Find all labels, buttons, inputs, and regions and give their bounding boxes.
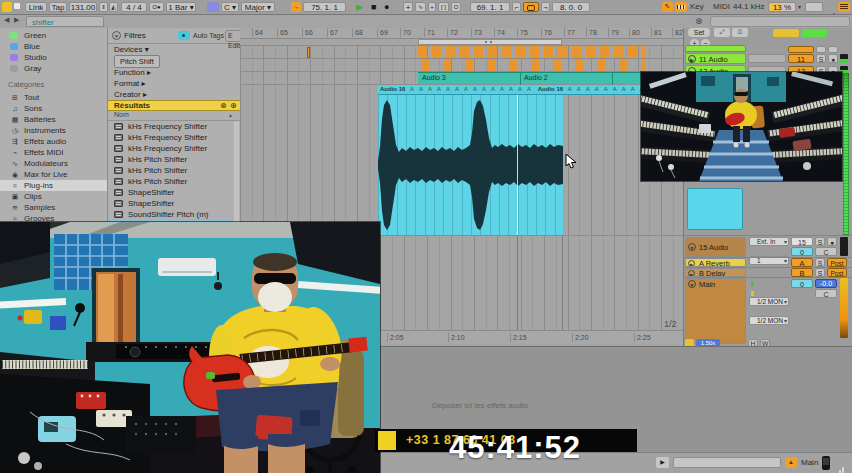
filter-group-function[interactable]: Function ▸: [114, 68, 151, 78]
result-row[interactable]: kHs Pitch Shifter: [108, 176, 234, 187]
filter-group-devices[interactable]: Devices ▾: [114, 45, 149, 55]
track-15-volume[interactable]: 0: [791, 247, 813, 256]
lock-envelopes-icon[interactable]: ⚿: [732, 28, 748, 37]
session-record-icon[interactable]: [ ]: [438, 2, 449, 12]
sidebar-item-effets-audio[interactable]: ⇶Effets audio: [0, 136, 107, 147]
sidebar-item-gray[interactable]: Gray: [0, 63, 107, 74]
return-a-number[interactable]: A: [791, 258, 813, 267]
sidebar-item-modulateurs[interactable]: ∿Modulateurs: [0, 158, 107, 169]
return-a-solo[interactable]: S: [815, 258, 825, 267]
result-row[interactable]: SoundShifter Pitch (m): [108, 209, 234, 220]
eye-icon[interactable]: [178, 31, 190, 40]
warp-markers[interactable]: A A A A A A A A A A A A A A A A A A: [565, 86, 642, 92]
history-back-button[interactable]: ◀: [4, 16, 9, 24]
main-track-header[interactable]: ▼Main: [685, 278, 746, 344]
bar-ruler[interactable]: 64 65 66 67 68 69 70 71 72 73 74 75 76 7…: [240, 28, 683, 39]
scale-keys-icon[interactable]: [207, 2, 219, 12]
sidebar-item-effets-midi[interactable]: ⌁Effets MIDI: [0, 147, 107, 158]
track-15-arm[interactable]: ●: [827, 237, 837, 246]
return-b-solo[interactable]: S: [815, 268, 825, 277]
filter-group-creator[interactable]: Creator ▸: [114, 90, 147, 100]
return-b-post-toggle[interactable]: Post: [827, 268, 847, 277]
record-button[interactable]: ●: [384, 2, 395, 12]
cpu-meter[interactable]: 13 %: [768, 2, 796, 12]
follow-icon[interactable]: →: [291, 2, 301, 12]
arrangement-position-field[interactable]: 75. 1. 1: [303, 2, 346, 12]
tab-close-icon[interactable]: ⊗: [695, 16, 706, 27]
scale-name-menu[interactable]: Major ▾: [241, 2, 275, 12]
groove-pool-icon[interactable]: O●: [149, 2, 164, 12]
scale-root-menu[interactable]: C ▾: [221, 2, 239, 12]
track-10-arm[interactable]: [828, 46, 838, 53]
track-15-input-type[interactable]: Ext. In: [749, 237, 789, 246]
result-row[interactable]: kHs Frequency Shifter: [108, 132, 234, 143]
tempo-field[interactable]: 131.00: [69, 2, 97, 12]
midi-map-button[interactable]: MIDI: [713, 2, 730, 12]
time-signature-field[interactable]: 4 / 4: [121, 2, 147, 12]
track-15-header[interactable]: ▼15 Audio: [685, 237, 746, 257]
audio16-clip-header[interactable]: Audio 16 A A A A A A A A A A A A A A Aud…: [378, 85, 642, 95]
midi-clip-row-1[interactable]: [418, 46, 645, 58]
track-10-number[interactable]: [788, 46, 814, 53]
sidebar-item-clips[interactable]: ▣Clips: [0, 191, 107, 202]
menu-hamburger-icon[interactable]: [838, 2, 850, 12]
follow-scroll-icon[interactable]: ⤢: [714, 28, 730, 37]
capture-midi-icon[interactable]: O: [451, 2, 461, 12]
history-forward-button[interactable]: ▶: [14, 16, 19, 24]
overdub-button[interactable]: +: [403, 2, 413, 12]
stop-button[interactable]: ■: [371, 2, 382, 12]
link-button[interactable]: Link: [25, 2, 47, 12]
sidebar-item-studio[interactable]: Studio: [0, 52, 107, 63]
results-column-header[interactable]: Nom ▲: [108, 111, 240, 121]
automation-arm-icon[interactable]: ∿: [415, 2, 426, 12]
metronome-icon[interactable]: ◭: [109, 2, 118, 12]
sidebar-item-max-for-live[interactable]: ◉Max for Live: [0, 169, 107, 180]
result-row[interactable]: ShapeShifter: [108, 187, 234, 198]
return-b-header[interactable]: ▶B Delay: [685, 268, 746, 277]
computer-midi-keyboard-icon[interactable]: [675, 2, 687, 12]
warning-icon[interactable]: ▲: [785, 457, 797, 468]
status-expand-icon[interactable]: ▶: [656, 457, 669, 468]
track-14-header[interactable]: [687, 188, 743, 230]
result-row[interactable]: kHs Frequency Shifter: [108, 143, 234, 154]
result-row[interactable]: kHs Frequency Shifter: [108, 121, 234, 132]
track-11-header[interactable]: ▶11 Audio: [685, 53, 746, 64]
small-clip[interactable]: [307, 47, 310, 58]
track-15-solo[interactable]: S: [815, 237, 825, 246]
track-15-number[interactable]: 15: [791, 237, 813, 246]
track-11-arm[interactable]: ●: [828, 54, 838, 63]
return-a-header[interactable]: ▶A Reverb: [685, 258, 746, 267]
sidebar-item-green[interactable]: Green: [0, 30, 107, 41]
nudge-down-icon[interactable]: ‖: [99, 2, 108, 12]
track-10-partial[interactable]: [685, 45, 746, 52]
sidebar-item-tout[interactable]: ⊞Tout: [0, 92, 107, 103]
loop-start-field[interactable]: 69. 1. 1: [470, 2, 510, 12]
result-row[interactable]: kHs Pitch Shifter: [108, 154, 234, 165]
track-11-io[interactable]: [748, 54, 786, 63]
loop-length-field[interactable]: 8. 0. 0: [552, 2, 590, 12]
punch-in-button[interactable]: ⌐: [512, 2, 521, 12]
teal-clip-row[interactable]: Audio 3 Audio 2: [418, 72, 645, 84]
cpu-dropdown-icon[interactable]: ▾: [798, 2, 801, 12]
key-map-button[interactable]: Key: [690, 2, 704, 12]
push-device-icon[interactable]: [822, 456, 830, 470]
save-filter-icon[interactable]: ⊕: [230, 101, 237, 110]
sidebar-item-plug-ins[interactable]: ⌗Plug-ins: [0, 180, 107, 191]
sidebar-item-sons[interactable]: ♫Sons: [0, 103, 107, 114]
track-11-solo[interactable]: S: [816, 54, 826, 63]
return-a-post-toggle[interactable]: Post: [827, 258, 847, 267]
clear-filters-icon[interactable]: ⊗: [220, 101, 227, 110]
filters-collapse-icon[interactable]: ▼: [112, 31, 121, 40]
track-11-number[interactable]: 11: [788, 54, 814, 63]
track-10-solo[interactable]: [816, 46, 826, 53]
filter-group-format[interactable]: Format ▸: [114, 79, 146, 89]
main-pan[interactable]: C: [815, 289, 837, 298]
tab-shifter[interactable]: shifter: [26, 16, 104, 27]
main-out-2[interactable]: 1/2 MON: [749, 316, 789, 325]
main-out-1[interactable]: 1/2 MON: [749, 297, 789, 306]
tap-tempo-button[interactable]: Tap: [49, 2, 67, 12]
loop-toggle[interactable]: [523, 2, 539, 12]
sidebar-item-blue[interactable]: Blue: [0, 41, 107, 52]
audio16-clip-body[interactable]: [378, 95, 563, 235]
punch-out-button[interactable]: ¬: [541, 2, 550, 12]
